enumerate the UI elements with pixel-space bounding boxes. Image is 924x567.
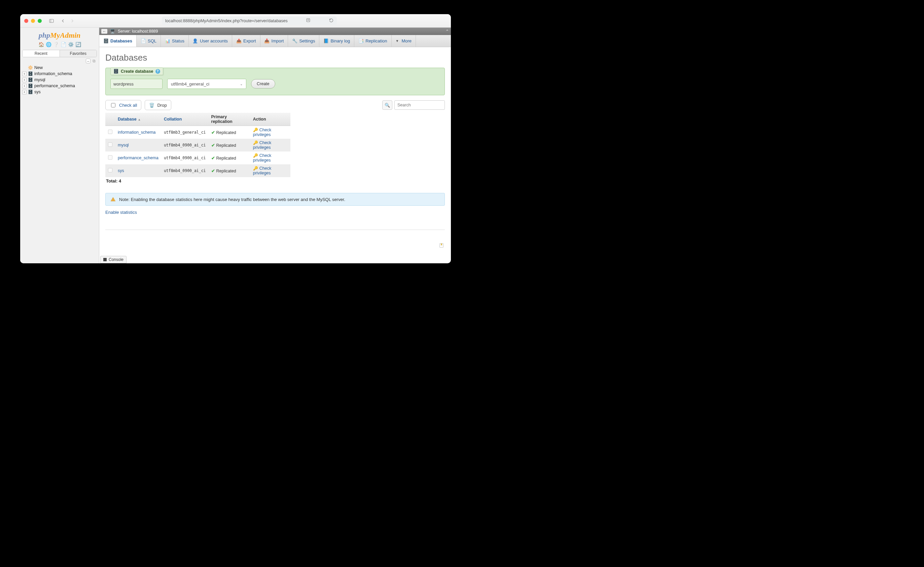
create-database-legend: 🗄️ Create database ? <box>110 67 163 75</box>
nav-back-button[interactable] <box>58 17 67 25</box>
wrench-icon: 🔧 <box>292 38 297 44</box>
separator <box>105 230 445 230</box>
sidebar-toolbar: 🏠 🌐 ❔ 📄 ⚙️ 🔄 <box>20 42 99 47</box>
reader-icon[interactable] <box>306 18 310 24</box>
database-link[interactable]: information_schema <box>118 130 156 135</box>
database-link[interactable]: sys <box>118 168 124 173</box>
breadcrumb: ← 🖥️ Server: localhost:8889 ⌃ <box>99 28 451 35</box>
logo-part1: php <box>39 31 50 39</box>
row-checkbox[interactable] <box>108 155 112 159</box>
tree-item-label: sys <box>34 90 41 94</box>
settings-icon[interactable]: ⚙️ <box>68 42 74 47</box>
database-name-input[interactable] <box>110 79 162 89</box>
sidebar-toggle-icon[interactable] <box>47 17 56 25</box>
breadcrumb-server[interactable]: Server: localhost:8889 <box>118 29 158 34</box>
tree-item[interactable]: + 🗄️ sys <box>22 89 97 95</box>
table-row: mysqlutf8mb4_0900_ai_ci✔Replicated🔑Check… <box>105 139 290 152</box>
address-bar[interactable]: localhost:8888/phpMyAdmin5/index.php?rou… <box>162 17 337 25</box>
tab-import[interactable]: 📥Import <box>261 35 288 47</box>
main-panel: ← 🖥️ Server: localhost:8889 ⌃ 🗄️Database… <box>99 28 451 263</box>
fullscreen-window-button[interactable] <box>38 19 42 23</box>
bookmark-icon[interactable] <box>439 242 444 248</box>
logout-icon[interactable]: 🌐 <box>46 42 51 47</box>
reload-nav-icon[interactable]: 🔄 <box>75 42 81 47</box>
logo-part2: MyAdmin <box>50 31 80 39</box>
check-all-checkbox[interactable] <box>111 103 116 107</box>
create-button[interactable]: Create <box>251 79 275 89</box>
database-icon: 🗄️ <box>28 71 33 76</box>
tree-item[interactable]: + 🗄️ information_schema <box>22 71 97 77</box>
row-checkbox[interactable] <box>108 129 112 134</box>
collation-cell: utf8mb4_0900_ai_ci <box>161 139 208 152</box>
drop-button[interactable]: 🗑️ Drop <box>145 100 171 110</box>
create-db-icon: 🗄️ <box>113 69 119 74</box>
database-link[interactable]: mysql <box>118 143 129 147</box>
tab-binarylog[interactable]: 📘Binary log <box>320 35 354 47</box>
console-toggle[interactable]: Console <box>100 256 126 263</box>
help-icon[interactable]: ? <box>156 69 160 74</box>
databases-table: Database▲ Collation Primary replication … <box>105 113 290 177</box>
tab-users[interactable]: 👤User accounts <box>189 35 232 47</box>
privileges-icon: 🔑 <box>253 166 258 171</box>
tab-replication[interactable]: 📑Replication <box>354 35 392 47</box>
row-checkbox[interactable] <box>108 168 112 172</box>
enable-statistics-link[interactable]: Enable statistics <box>105 210 137 215</box>
note-text: Note: Enabling the database statistics h… <box>119 197 345 202</box>
tab-sql[interactable]: 📄SQL <box>136 35 161 47</box>
expand-icon[interactable]: + <box>22 84 27 88</box>
nav-panel-back-icon[interactable]: ← <box>101 29 107 34</box>
tree-new[interactable]: 🔆 New <box>22 65 97 71</box>
main-tabs: 🗄️Databases 📄SQL 📊Status 👤User accounts … <box>99 35 451 47</box>
tab-recent[interactable]: Recent <box>22 50 60 57</box>
database-icon: 🗄️ <box>28 84 33 88</box>
reload-icon[interactable] <box>329 18 333 24</box>
table-row: information_schemautf8mb3_general_ci✔Rep… <box>105 126 290 139</box>
collapse-all-icon[interactable]: – <box>86 59 90 63</box>
database-link[interactable]: performance_schema <box>118 156 159 160</box>
collation-cell: utf8mb4_0900_ai_ci <box>161 164 208 177</box>
tab-favorites[interactable]: Favorites <box>60 50 97 57</box>
tab-databases[interactable]: 🗄️Databases <box>99 35 136 47</box>
check-icon: ✔ <box>212 130 215 135</box>
expand-icon[interactable]: + <box>22 90 27 94</box>
replication-icon: 📑 <box>358 38 363 44</box>
tab-settings[interactable]: 🔧Settings <box>288 35 320 47</box>
import-icon: 📥 <box>264 38 270 44</box>
tab-status[interactable]: 📊Status <box>161 35 189 47</box>
table-toolbar: Check all 🗑️ Drop 🔍 <box>105 100 445 110</box>
pin-icon[interactable]: ⌃ <box>446 29 449 34</box>
logo[interactable]: phpMyAdmin <box>20 31 99 40</box>
tree-item[interactable]: + 🗄️ performance_schema <box>22 83 97 89</box>
sql-icon[interactable]: 📄 <box>61 42 66 47</box>
server-icon: 🖥️ <box>110 29 115 34</box>
page-title: Databases <box>105 53 445 63</box>
collation-cell: utf8mb4_0900_ai_ci <box>161 152 208 164</box>
check-all-control[interactable]: Check all <box>105 100 141 110</box>
table-row: sysutf8mb4_0900_ai_ci✔Replicated🔑Check p… <box>105 164 290 177</box>
col-database[interactable]: Database▲ <box>115 113 161 126</box>
row-checkbox[interactable] <box>108 143 112 147</box>
collation-cell: utf8mb3_general_ci <box>161 126 208 139</box>
home-icon[interactable]: 🏠 <box>38 42 44 47</box>
tab-more[interactable]: ▼More <box>392 35 416 47</box>
search-input[interactable] <box>394 100 445 110</box>
privileges-icon: 🔑 <box>253 140 258 145</box>
minimize-window-button[interactable] <box>31 19 35 23</box>
new-db-icon: 🔆 <box>28 65 33 70</box>
tree-item[interactable]: + 🗄️ mysql <box>22 77 97 83</box>
expand-icon[interactable]: + <box>22 72 27 76</box>
tab-export[interactable]: 📤Export <box>232 35 261 47</box>
search-icon[interactable]: 🔍 <box>382 100 392 110</box>
collation-select[interactable]: utf8mb4_general_ci ⌄ <box>167 79 246 89</box>
drop-icon: 🗑️ <box>149 103 154 108</box>
privileges-icon: 🔑 <box>253 153 258 158</box>
link-icon[interactable]: ⧉ <box>93 59 96 63</box>
close-window-button[interactable] <box>24 19 28 23</box>
docs-icon[interactable]: ❔ <box>53 42 58 47</box>
users-icon: 👤 <box>193 38 198 44</box>
expand-icon[interactable]: + <box>22 78 27 82</box>
nav-forward-button[interactable] <box>68 17 77 25</box>
table-row: performance_schemautf8mb4_0900_ai_ci✔Rep… <box>105 152 290 164</box>
tree-item-label: performance_schema <box>34 84 75 88</box>
col-collation[interactable]: Collation <box>161 113 208 126</box>
